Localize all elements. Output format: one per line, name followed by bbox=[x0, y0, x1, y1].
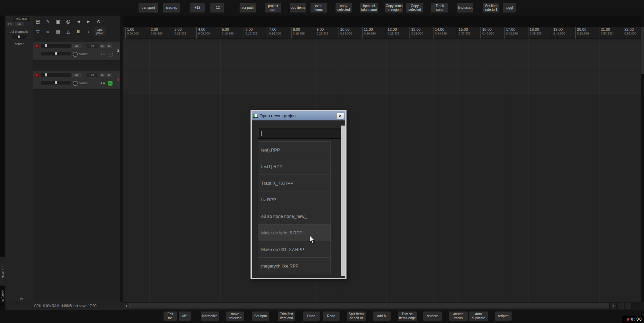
timeline-ruler[interactable]: 1.00 0:00.000 2.00 0:02.666 3.00 0:05.33… bbox=[123, 27, 641, 39]
track-panel[interactable]: I/O -inf M S center FX ⊘ 3 bbox=[33, 71, 120, 90]
track-panel[interactable]: I/O -inf M S center FX ⊘ 2 bbox=[33, 42, 120, 61]
top-toolbar-button[interactable]: copy selected bbox=[336, 3, 352, 13]
fader-thumb[interactable] bbox=[18, 36, 20, 38]
track-solo-button[interactable]: S bbox=[106, 44, 112, 48]
horizontal-scrollbar[interactable]: ◄ ► − + bbox=[123, 302, 641, 309]
toolbar-icon[interactable]: ⊘ bbox=[95, 17, 103, 26]
track-lane[interactable] bbox=[123, 41, 641, 70]
scroll-right-icon[interactable]: ► bbox=[611, 303, 616, 309]
scrollbar-thumb[interactable] bbox=[641, 27, 644, 74]
record-arm-button[interactable] bbox=[34, 73, 40, 78]
recent-project-filter-input[interactable] bbox=[258, 129, 342, 139]
bottom-toolbar-button[interactable]: Normalize bbox=[201, 312, 219, 321]
track-io-button[interactable]: I/O bbox=[72, 44, 81, 48]
bottom-toolbar-button[interactable]: add fx bbox=[373, 312, 391, 321]
top-toolbar-button[interactable]: transport bbox=[139, 3, 158, 13]
tcp-arrange-splitter[interactable] bbox=[120, 16, 123, 302]
toolbar-icon[interactable]: ▽ bbox=[34, 27, 42, 36]
bottom-toolbar-button[interactable]: MS bbox=[179, 312, 191, 321]
track-mute-button[interactable]: M bbox=[100, 44, 105, 48]
recent-project-item[interactable]: Make de lyric_5.RPP bbox=[258, 224, 331, 241]
top-toolbar-button[interactable]: find script bbox=[457, 3, 473, 13]
toolbar-icon[interactable]: △ bbox=[64, 27, 72, 36]
vertical-scrollbar[interactable] bbox=[641, 16, 644, 302]
project-tab[interactable]: *test).RPP bbox=[0, 257, 5, 285]
top-toolbar-button[interactable]: Track color bbox=[431, 3, 448, 13]
zoom-out-button[interactable]: − bbox=[618, 303, 624, 309]
marker-lane[interactable] bbox=[123, 16, 641, 27]
toolbar-icon[interactable]: ▤ bbox=[34, 17, 42, 26]
bottom-toolbar-button[interactable]: reverse bbox=[423, 312, 442, 321]
record-arm-button[interactable] bbox=[34, 44, 40, 49]
top-toolbar-button[interactable]: project path bbox=[265, 3, 281, 13]
track-io-button[interactable]: I/O bbox=[72, 73, 81, 77]
top-toolbar-button[interactable]: -12 bbox=[210, 3, 224, 13]
recent-project-item[interactable]: ой во поле поле_new_ bbox=[258, 208, 331, 225]
project-tab[interactable]: test).RPP bbox=[0, 285, 5, 307]
bottom-toolbar-button[interactable]: Split items at edit or bbox=[347, 312, 366, 321]
top-toolbar-button[interactable]: bpm sel take name bbox=[360, 3, 378, 13]
toolbar-icon[interactable]: Ⅲ bbox=[74, 27, 82, 36]
track-gain-readout[interactable]: -inf bbox=[86, 44, 98, 48]
toolbar-icon[interactable]: ▣ bbox=[54, 17, 62, 26]
top-toolbar-button[interactable]: odd items bbox=[290, 3, 306, 13]
recent-project-item[interactable]: Make de 001_27.RPP bbox=[258, 241, 331, 258]
top-toolbar-button[interactable]: scr path bbox=[240, 3, 256, 13]
fader-thumb[interactable] bbox=[55, 81, 57, 84]
recent-project-item[interactable]: hz.RPP bbox=[258, 191, 331, 208]
fader-thumb[interactable] bbox=[45, 73, 47, 76]
top-toolbar-button[interactable]: toggl bbox=[503, 3, 516, 13]
zoom-in-button[interactable]: + bbox=[625, 303, 631, 309]
toolbar-icon[interactable]: ♪ bbox=[84, 27, 93, 36]
track-volume-fader[interactable] bbox=[41, 73, 71, 77]
track-pan-knob[interactable] bbox=[73, 81, 78, 86]
track-fx-bypass-icon[interactable]: ⊘ bbox=[108, 81, 113, 86]
close-icon[interactable]: ✕ bbox=[336, 113, 344, 119]
bottom-toolbar-button[interactable]: Undo bbox=[303, 312, 320, 321]
toolbar-icon[interactable]: @ bbox=[64, 17, 72, 26]
arrange-area[interactable] bbox=[123, 39, 641, 302]
top-toolbar-button[interactable]: мастер bbox=[163, 3, 180, 13]
track-fx-bypass-icon[interactable]: ⊘ bbox=[108, 52, 113, 56]
scroll-left-icon[interactable]: ◄ bbox=[123, 303, 129, 309]
master-io-button[interactable]: I/O bbox=[15, 22, 24, 26]
recent-project-item[interactable]: magarych like.RPP bbox=[258, 257, 331, 274]
bottom-toolbar-button[interactable]: scripter bbox=[495, 312, 512, 321]
track-solo-button[interactable]: S bbox=[106, 73, 112, 77]
recent-project-item[interactable]: test1).RPP bbox=[258, 158, 331, 175]
master-fx-button[interactable]: FX bbox=[6, 22, 14, 26]
track-volume-fader[interactable] bbox=[41, 44, 71, 48]
top-toolbar-button[interactable]: Set item rate to 1 bbox=[483, 3, 499, 13]
track-gain-readout[interactable]: -inf bbox=[86, 73, 98, 77]
recent-project-item[interactable]: test).RPP bbox=[258, 141, 331, 158]
track-pan-fader[interactable] bbox=[41, 81, 71, 85]
toolbar-icon[interactable]: ► bbox=[84, 17, 93, 26]
bottom-toolbar-button[interactable]: move selected bbox=[226, 312, 244, 321]
top-toolbar-button[interactable]: even items bbox=[311, 3, 327, 13]
fader-thumb[interactable] bbox=[45, 44, 47, 47]
bottom-toolbar-button[interactable]: Edit me bbox=[164, 312, 177, 321]
bottom-toolbar-button[interactable]: Auto duplicate bbox=[469, 312, 488, 321]
track-fx-button[interactable]: FX bbox=[100, 81, 106, 85]
fader-thumb[interactable] bbox=[55, 52, 57, 55]
bottom-toolbar-button[interactable]: Set bpm bbox=[252, 312, 269, 321]
track-pan-knob[interactable] bbox=[73, 52, 78, 57]
master-pan-fader[interactable] bbox=[12, 35, 26, 39]
bottom-toolbar-button[interactable]: Redo bbox=[323, 312, 340, 321]
bottom-toolbar-button[interactable]: -muted tracks bbox=[449, 312, 468, 321]
dialog-scrollbar[interactable] bbox=[341, 125, 345, 276]
scrollbar-thumb[interactable] bbox=[129, 303, 609, 308]
toolbar-icon[interactable]: ▦ bbox=[54, 27, 62, 36]
top-toolbar-button[interactable]: Copy items in region bbox=[385, 3, 403, 13]
toolbar-icon[interactable]: ◄ bbox=[74, 17, 82, 26]
track-pan-fader[interactable] bbox=[41, 52, 71, 55]
open-project-button[interactable]: Ope proje bbox=[94, 27, 106, 36]
toolbar-icon[interactable]: ✎ bbox=[44, 17, 52, 26]
top-toolbar-button[interactable]: +12 bbox=[190, 3, 205, 13]
recent-project-item[interactable]: TrapFX_70.RPP bbox=[258, 175, 331, 191]
master-gain-readout[interactable]: -inf bbox=[19, 297, 23, 301]
track-fx-button[interactable]: FX bbox=[100, 52, 106, 56]
top-toolbar-button[interactable]: Copy selected bbox=[406, 3, 423, 13]
track-lane[interactable] bbox=[123, 71, 641, 95]
track-mute-button[interactable]: M bbox=[100, 73, 105, 77]
